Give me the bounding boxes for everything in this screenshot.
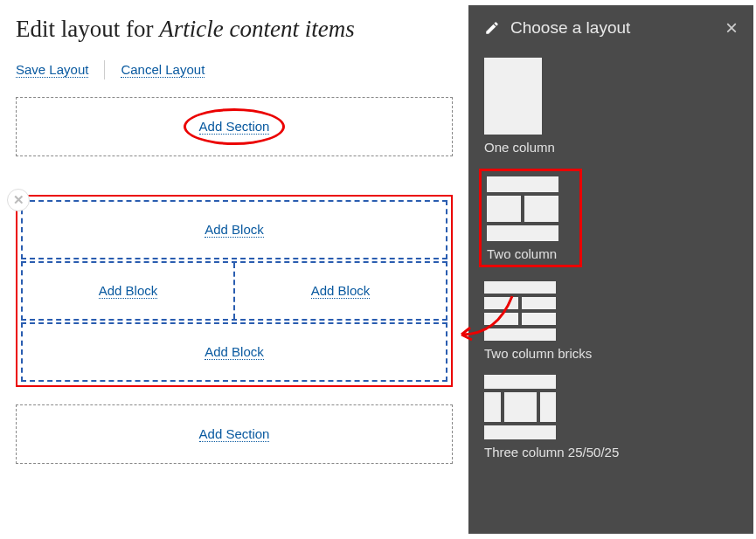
- layout-row-middle: Add Block Add Block: [21, 261, 447, 321]
- sidebar-body: One column Two column Two column bricks: [468, 51, 753, 534]
- close-icon[interactable]: ×: [725, 17, 738, 38]
- layout-section: Add Block Add Block Add Block Add Block: [16, 195, 453, 387]
- layout-label: Two column bricks: [484, 346, 738, 361]
- layout-label: One column: [484, 140, 738, 155]
- actions-bar: Save Layout Cancel Layout: [16, 60, 453, 79]
- remove-section-icon[interactable]: ✕: [7, 189, 30, 211]
- layout-option-two-column[interactable]: Two column: [479, 169, 582, 267]
- layout-thumb: [487, 176, 558, 241]
- sidebar: Choose a layout × One column Two column: [468, 5, 753, 534]
- actions-divider: [104, 60, 105, 79]
- page-title: Edit layout for Article content items: [16, 16, 453, 43]
- add-section-top[interactable]: Add Section: [16, 97, 453, 156]
- layout-option-two-column-bricks[interactable]: Two column bricks: [484, 281, 738, 361]
- layout-cell[interactable]: Add Block: [23, 324, 446, 380]
- layout-option-three-column[interactable]: Three column 25/50/25: [484, 375, 738, 460]
- save-layout-link[interactable]: Save Layout: [16, 62, 88, 78]
- add-block-link[interactable]: Add Block: [205, 344, 264, 360]
- layout-cell[interactable]: Add Block: [23, 263, 233, 319]
- add-section-link[interactable]: Add Section: [199, 119, 270, 135]
- layout-cell[interactable]: Add Block: [23, 202, 446, 258]
- add-block-link[interactable]: Add Block: [311, 283, 371, 299]
- layout-row-bottom: Add Block: [21, 322, 447, 382]
- layout-label: Three column 25/50/25: [484, 445, 738, 460]
- layout-row-top: Add Block: [21, 200, 447, 259]
- sidebar-header: Choose a layout ×: [468, 5, 753, 51]
- add-section-bottom[interactable]: Add Section: [16, 404, 453, 464]
- add-section-link[interactable]: Add Section: [199, 426, 270, 442]
- title-entity: Article content items: [159, 16, 354, 42]
- cancel-layout-link[interactable]: Cancel Layout: [121, 62, 205, 78]
- layout-option-one-column[interactable]: One column: [484, 58, 738, 155]
- layout-thumb: [484, 375, 556, 439]
- add-block-link[interactable]: Add Block: [99, 283, 158, 299]
- layout-thumb: [484, 281, 556, 341]
- layout-thumb: [484, 58, 542, 135]
- pencil-icon: [484, 20, 500, 36]
- add-block-link[interactable]: Add Block: [205, 222, 264, 238]
- title-prefix: Edit layout for: [16, 16, 159, 42]
- layout-label: Two column: [487, 246, 574, 261]
- layout-cell[interactable]: Add Block: [233, 263, 446, 319]
- sidebar-title: Choose a layout: [510, 18, 630, 38]
